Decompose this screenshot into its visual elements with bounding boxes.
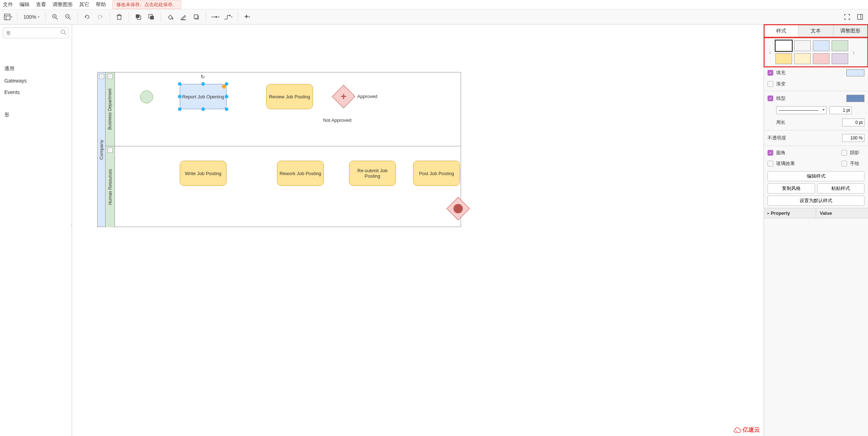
delete-button[interactable] <box>113 11 125 23</box>
selection-handle[interactable] <box>225 95 228 98</box>
tab-text[interactable]: 文本 <box>798 25 833 37</box>
separator <box>238 12 238 22</box>
selection-handle[interactable] <box>178 107 182 111</box>
selection-handle[interactable] <box>201 107 205 111</box>
bpmn-task-report-job-opening[interactable]: Report Job Opening <box>180 84 227 109</box>
zoom-in-button[interactable] <box>49 11 61 23</box>
view-mode-button[interactable]: ▾ <box>2 11 14 23</box>
gradient-checkbox[interactable] <box>768 81 773 87</box>
menu-help[interactable]: 帮助 <box>96 1 106 8</box>
opacity-input[interactable] <box>842 134 864 142</box>
lane-title: Business Department <box>106 72 115 146</box>
fill-color-well[interactable] <box>846 69 864 76</box>
pool-collapse-button[interactable]: − <box>99 74 104 79</box>
swatch-red[interactable] <box>813 53 829 64</box>
swatch-white[interactable] <box>775 40 792 51</box>
insert-button[interactable]: +▾ <box>242 11 253 23</box>
fill-color-button[interactable] <box>165 11 176 23</box>
lane-collapse-button[interactable]: − <box>108 148 113 153</box>
bpmn-gateway[interactable]: + <box>332 85 355 108</box>
bpmn-lane-human-resources[interactable]: Human Resources − Write Job Posting Rewo… <box>106 146 461 227</box>
bpmn-lane-business[interactable]: Business Department − Report Job Opening <box>106 72 461 146</box>
menu-extras[interactable]: 其它 <box>79 1 89 8</box>
undo-button[interactable] <box>81 11 93 23</box>
disclosure-triangle-icon[interactable]: ▸ <box>768 211 769 215</box>
swatch-grey[interactable] <box>794 40 811 51</box>
bpmn-task-review-job-posting[interactable]: Review Job Posting <box>266 84 313 109</box>
bpmn-task-post-job-posting[interactable]: Post Job Posting <box>413 161 460 186</box>
swatch-yellow[interactable] <box>794 53 811 64</box>
swatch-prev-button[interactable]: ‹ <box>767 49 773 56</box>
canvas[interactable]: Company − Business Department − Report J… <box>72 25 764 436</box>
perimeter-input[interactable] <box>842 119 864 126</box>
chevron-down-icon: ▾ <box>38 15 40 19</box>
selection-handle[interactable] <box>178 95 182 98</box>
copy-style-button[interactable]: 复制风格 <box>768 183 815 193</box>
zoom-dropdown[interactable]: 100% ▾ <box>21 14 42 20</box>
palette-category-events[interactable]: Events <box>0 86 72 98</box>
bpmn-pool[interactable]: Company − Business Department − Report J… <box>97 72 461 227</box>
zoom-value: 100% <box>23 14 36 20</box>
line-style-dropdown[interactable] <box>776 106 827 114</box>
palette-category-shapes[interactable]: 形 <box>0 109 72 121</box>
bpmn-end-event[interactable] <box>446 197 470 220</box>
edge-label-not-approved[interactable]: Not Approved <box>323 117 352 123</box>
to-front-button[interactable] <box>133 11 144 23</box>
line-color-button[interactable] <box>178 11 189 23</box>
selection-handle[interactable] <box>201 82 205 86</box>
to-back-button[interactable] <box>146 11 157 23</box>
palette-category-gateways[interactable]: Gateways <box>0 75 72 86</box>
rounded-checkbox[interactable]: ✓ <box>768 150 773 156</box>
menu-file[interactable]: 文件 <box>3 1 13 8</box>
swatch-orange[interactable] <box>775 53 792 64</box>
zoom-in-icon <box>52 14 58 20</box>
swatch-green[interactable] <box>832 40 848 51</box>
line-width-input[interactable] <box>829 106 852 114</box>
menu-edit[interactable]: 编辑 <box>19 1 30 8</box>
bpmn-start-event[interactable] <box>140 90 153 103</box>
set-default-style-button[interactable]: 设置为默认样式 <box>768 196 864 206</box>
value-column-header: Value <box>816 208 868 218</box>
swatch-blue[interactable] <box>813 40 829 51</box>
edge-label-approved[interactable]: Approved <box>357 94 377 99</box>
shadow-checkbox[interactable] <box>841 150 847 156</box>
format-panel-button[interactable] <box>854 11 866 23</box>
line-color-well[interactable] <box>846 95 864 102</box>
fill-checkbox[interactable]: ✓ <box>768 70 773 76</box>
chevron-down-icon: ▾ <box>11 15 13 19</box>
shadow-button[interactable] <box>191 11 202 23</box>
lane-collapse-button[interactable]: − <box>108 74 113 79</box>
rotate-handle[interactable]: ↻ <box>201 74 206 79</box>
plus-icon: + <box>336 89 352 104</box>
watermark: ∞ 亿速云 <box>733 426 760 434</box>
fullscreen-button[interactable] <box>841 11 853 23</box>
sketch-checkbox[interactable] <box>841 161 847 166</box>
search-input[interactable] <box>3 27 69 38</box>
zoom-out-button[interactable] <box>62 11 74 23</box>
glass-checkbox[interactable] <box>768 161 773 166</box>
redo-button[interactable] <box>94 11 106 23</box>
swatch-purple[interactable] <box>832 53 848 64</box>
search-icon[interactable] <box>61 30 67 36</box>
separator <box>109 12 110 22</box>
bpmn-task-resubmit-job-posting[interactable]: Re-submit Job Posting <box>349 161 396 186</box>
edit-style-button[interactable]: 编辑样式 <box>768 171 864 181</box>
connection-button[interactable]: ▾ <box>210 11 221 23</box>
selection-handle[interactable] <box>178 82 182 86</box>
bpmn-task-write-job-posting[interactable]: Write Job Posting <box>180 161 227 186</box>
swatch-next-button[interactable]: › <box>850 49 857 56</box>
tab-arrange[interactable]: 调整图形 <box>833 25 868 37</box>
waypoint-button[interactable]: ▾ <box>223 11 234 23</box>
bpmn-task-rework-job-posting[interactable]: Rework Job Posting <box>277 161 324 186</box>
palette-category-general[interactable]: 通用 <box>0 63 72 75</box>
paste-style-button[interactable]: 粘贴样式 <box>817 183 865 193</box>
line-label: 线型 <box>776 95 844 102</box>
menu-view[interactable]: 查看 <box>36 1 46 8</box>
svg-text:∞: ∞ <box>736 430 737 432</box>
menu-arrange[interactable]: 调整图形 <box>53 1 73 8</box>
unsaved-warning[interactable]: 修改未保存。点击此处保存。 <box>112 0 181 9</box>
tab-style[interactable]: 样式 <box>764 25 798 37</box>
selection-handle[interactable] <box>225 107 228 111</box>
edges-layer <box>72 25 180 79</box>
line-checkbox[interactable]: ✓ <box>768 95 773 101</box>
